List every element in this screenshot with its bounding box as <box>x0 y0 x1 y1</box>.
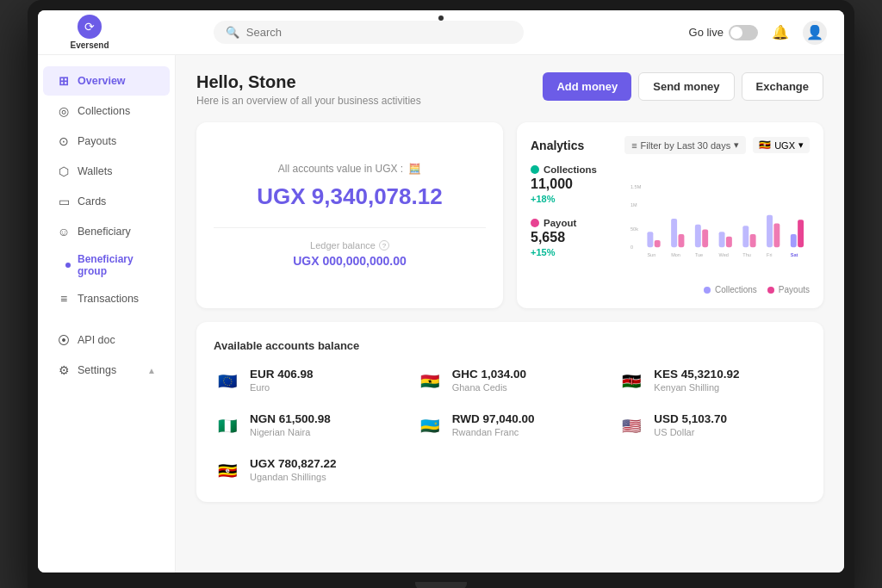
svg-rect-9 <box>702 229 708 247</box>
page-header-text: Hello, Stone Here is an overview of all … <box>196 72 421 107</box>
search-icon: 🔍 <box>226 26 239 39</box>
svg-text:Wed: Wed <box>719 252 729 257</box>
sidebar: ⊞ Overview ◎ Collections ⊙ Payouts ⬡ Wal… <box>38 55 176 573</box>
topbar-right: Go live 🔔 👤 <box>689 21 827 45</box>
accounts-card: Available accounts balance 🇪🇺 EUR 406.98… <box>196 322 823 502</box>
emoji-icon: 🧮 <box>408 163 421 175</box>
svg-rect-12 <box>742 226 748 247</box>
account-item-kes[interactable]: 🇰🇪 KES 45,3210.92 Kenyan Shilling <box>618 368 806 395</box>
account-item-ugx[interactable]: 🇺🇬 UGX 780,827.22 Ugandan Shillings <box>214 457 402 485</box>
chart-area: 1.5M 1M 50k 0 <box>630 164 810 294</box>
chevron-down-icon: ▾ <box>734 139 739 151</box>
ghc-flag: 🇬🇭 <box>416 368 444 395</box>
sidebar-item-api-doc[interactable]: ⦿ API doc <box>43 325 170 355</box>
payout-change: +15% <box>531 247 617 257</box>
sidebar-item-wallets[interactable]: ⬡ Wallets <box>43 157 170 186</box>
currency-selector[interactable]: 🇺🇬 UGX ▾ <box>753 137 810 153</box>
cards-icon: ▭ <box>57 195 71 208</box>
page-header: Hello, Stone Here is an overview of all … <box>196 72 823 107</box>
payout-stat: Payout 5,658 +15% <box>531 218 617 257</box>
user-icon[interactable]: 👤 <box>803 21 827 45</box>
collections-change: +18% <box>531 194 617 204</box>
svg-rect-16 <box>791 234 797 247</box>
balance-amount: UGX 9,340,078.12 <box>257 183 442 210</box>
filter-button[interactable]: ≡ Filter by Last 30 days ▾ <box>624 136 746 154</box>
svg-text:1.5M: 1.5M <box>630 184 642 189</box>
logo-text: Eversend <box>70 40 109 50</box>
ledger-section: Ledger balance ? UGX 000,000,000.00 <box>214 227 486 268</box>
go-live-toggle[interactable] <box>729 25 758 40</box>
add-money-button[interactable]: Add money <box>543 72 631 101</box>
usd-name: US Dollar <box>654 427 727 437</box>
bell-icon[interactable]: 🔔 <box>768 21 792 45</box>
payout-value: 5,658 <box>531 230 617 245</box>
rwd-name: Rwandan Franc <box>452 427 535 437</box>
beneficiary-icon: ☺ <box>57 225 71 238</box>
bar-chart: 1.5M 1M 50k 0 <box>630 164 810 276</box>
ledger-label: Ledger balance ? <box>214 240 486 251</box>
svg-rect-7 <box>678 234 684 247</box>
sidebar-item-beneficiary-group[interactable]: Beneficiary group <box>38 247 175 283</box>
usd-flag: 🇺🇸 <box>618 412 645 440</box>
account-item-ngn[interactable]: 🇳🇬 NGN 61,500.98 Nigerian Naira <box>214 412 402 440</box>
legend-payouts: Payouts <box>767 285 810 294</box>
kes-name: Kenyan Shilling <box>654 382 739 393</box>
laptop-chin <box>38 573 844 588</box>
svg-rect-15 <box>773 223 780 247</box>
wallets-icon: ⬡ <box>57 164 71 178</box>
svg-rect-11 <box>726 237 732 247</box>
account-item-rwd[interactable]: 🇷🇼 RWD 97,040.00 Rwandan Franc <box>416 412 605 440</box>
svg-rect-14 <box>767 215 773 247</box>
legend-collections: Collections <box>704 285 757 294</box>
accounts-title: Available accounts balance <box>214 339 806 352</box>
settings-chevron-icon: ▲ <box>147 366 156 375</box>
payouts-legend-dot <box>767 287 774 294</box>
analytics-filters: ≡ Filter by Last 30 days ▾ 🇺🇬 UGX ▾ <box>624 136 810 154</box>
svg-text:1M: 1M <box>630 202 637 207</box>
search-bar[interactable]: 🔍 <box>214 21 524 44</box>
sidebar-item-collections[interactable]: ◎ Collections <box>43 96 170 126</box>
sidebar-item-cards[interactable]: ▭ Cards <box>43 187 170 216</box>
svg-rect-10 <box>719 232 725 247</box>
api-doc-icon: ⦿ <box>57 333 71 347</box>
svg-rect-17 <box>798 220 804 247</box>
sidebar-label-beneficiary-group: Beneficiary group <box>78 253 161 277</box>
sidebar-item-settings[interactable]: ⚙ Settings ▲ <box>43 356 170 385</box>
account-item-eur[interactable]: 🇪🇺 EUR 406.98 Euro <box>214 368 402 395</box>
svg-rect-6 <box>671 219 677 247</box>
collections-icon: ◎ <box>57 104 71 118</box>
search-input[interactable] <box>246 26 512 39</box>
page-title: Hello, Stone <box>196 72 421 92</box>
currency-chevron-icon: ▾ <box>798 139 804 151</box>
exchange-button[interactable]: Exchange <box>742 72 823 101</box>
balance-card: All accounts value in UGX : 🧮 UGX 9,340,… <box>196 122 503 308</box>
sidebar-label-collections: Collections <box>78 105 130 117</box>
header-actions: Add money Send money Exchange <box>543 72 823 101</box>
go-live-area: Go live <box>689 25 758 40</box>
usd-amount: USD 5,103.70 <box>654 412 727 425</box>
sidebar-item-payouts[interactable]: ⊙ Payouts <box>43 127 170 156</box>
settings-icon: ⚙ <box>57 363 71 377</box>
analytics-stats: Collections 11,000 +18% Payout <box>531 164 617 294</box>
sidebar-label-api-doc: API doc <box>78 334 115 346</box>
svg-text:50k: 50k <box>630 226 638 232</box>
analytics-body: Collections 11,000 +18% Payout <box>531 164 810 294</box>
svg-rect-8 <box>695 225 701 247</box>
send-money-button[interactable]: Send money <box>638 72 734 101</box>
ledger-amount: UGX 000,000,000.00 <box>214 254 486 268</box>
sidebar-item-overview[interactable]: ⊞ Overview <box>43 66 170 96</box>
info-icon: ? <box>379 240 389 251</box>
sidebar-item-transactions[interactable]: ≡ Transactions <box>43 284 170 313</box>
sidebar-label-cards: Cards <box>78 195 106 207</box>
account-item-usd[interactable]: 🇺🇸 USD 5,103.70 US Dollar <box>618 412 806 440</box>
transactions-icon: ≡ <box>57 292 71 306</box>
payout-stat-label: Payout <box>531 218 617 228</box>
logo-icon: ⟳ <box>78 15 102 39</box>
analytics-title: Analytics <box>531 139 584 152</box>
account-item-ghc[interactable]: 🇬🇭 GHC 1,034.00 Ghana Cedis <box>416 368 605 395</box>
ugx-flag-icon: 🇺🇬 <box>759 139 771 151</box>
sidebar-item-beneficiary[interactable]: ☺ Beneficiary <box>43 217 170 246</box>
chin-notch <box>415 582 467 588</box>
content-area: Hello, Stone Here is an overview of all … <box>176 55 844 573</box>
svg-rect-13 <box>750 234 756 247</box>
